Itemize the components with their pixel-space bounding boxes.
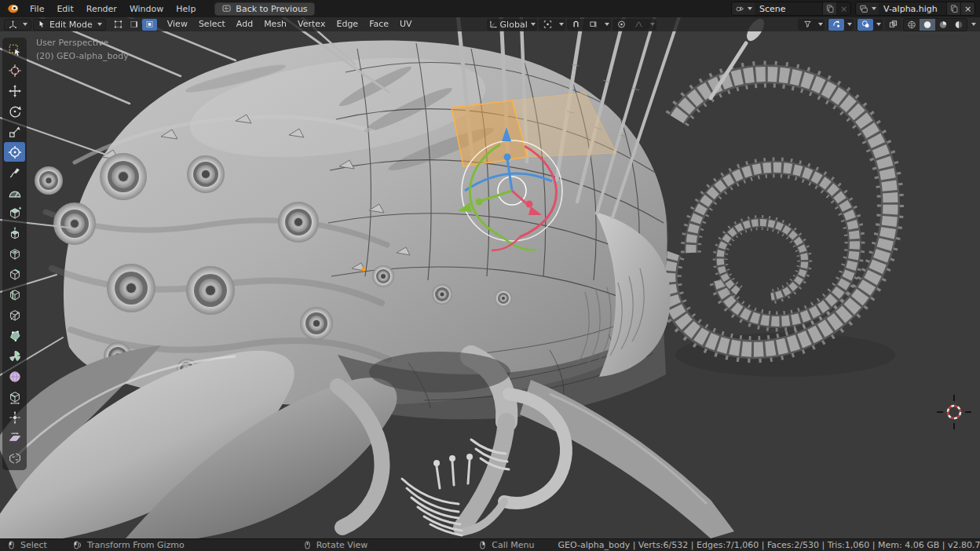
scene-copy-button[interactable] (822, 2, 836, 15)
blender-window: FileEditRenderWindowHelp Back to Previou… (0, 0, 980, 551)
filter-funnel-icon (799, 19, 815, 31)
back-icon (221, 4, 232, 13)
edge-select-mode-button[interactable] (126, 19, 141, 31)
menu-render[interactable]: Render (80, 2, 123, 16)
shading-dropdown-chevron[interactable] (971, 23, 976, 26)
tool-rip-region[interactable] (4, 448, 25, 468)
tool-shear[interactable] (4, 428, 25, 447)
selected-vertex (362, 268, 366, 272)
viewport-menu-face[interactable]: Face (364, 17, 394, 31)
tool-bevel[interactable] (4, 265, 25, 284)
shading-wireframe-button[interactable] (904, 19, 920, 31)
xray-icon[interactable] (885, 19, 901, 31)
tool-select-box[interactable] (4, 40, 25, 60)
keymap-hint-label: Rotate View (316, 540, 368, 550)
tool-add-cube[interactable] (4, 203, 25, 223)
viewport-menus: ViewSelectAddMeshVertexEdgeFaceUV (162, 17, 418, 31)
orientation-dropdown[interactable]: Global (487, 19, 537, 31)
tool-rotate[interactable] (4, 101, 25, 121)
viewport-menu-select[interactable]: Select (193, 17, 231, 31)
tool-transform[interactable] (4, 142, 25, 162)
tool-smooth[interactable] (4, 367, 25, 386)
tool-edge-slide[interactable] (4, 387, 25, 407)
view-layer-icon[interactable] (856, 2, 879, 15)
view-layer-selector[interactable]: V-alpha.high × (855, 2, 975, 16)
editor-type-button[interactable] (4, 19, 31, 31)
shading-rendered-button[interactable] (951, 19, 967, 31)
mouse-right-button-icon (477, 540, 488, 550)
viewport-menu-uv[interactable]: UV (394, 17, 418, 31)
keymap-hint-call-menu: Call Menu (477, 540, 534, 550)
tool-inset-faces[interactable] (4, 244, 25, 264)
view-layer-copy-button[interactable] (946, 2, 960, 15)
tool-shelf (2, 38, 27, 470)
tool-knife[interactable] (4, 305, 25, 325)
gizmo-toggle-group (827, 19, 854, 31)
menu-file[interactable]: File (24, 2, 50, 16)
mode-dropdown[interactable]: Edit Mode (33, 19, 106, 31)
viewport-menu-edge[interactable]: Edge (331, 17, 364, 31)
top-menu-bar: FileEditRenderWindowHelp Back to Previou… (0, 0, 980, 17)
viewport-header: Edit Mode ViewSelectAddMeshVertexEdgeFac… (0, 17, 980, 31)
pivot-point-icon (540, 19, 556, 31)
face-select-mode-button[interactable] (142, 19, 157, 31)
viewport-menu-vertex[interactable]: Vertex (292, 17, 331, 31)
tool-measure[interactable] (4, 183, 25, 203)
viewport-menu-mesh[interactable]: Mesh (258, 17, 292, 31)
proportional-editing-icon[interactable] (614, 19, 630, 31)
keymap-hint-label: Transform From Gizmo (87, 540, 185, 550)
tool-loop-cut[interactable] (4, 285, 25, 305)
magnet-icon[interactable] (569, 19, 584, 31)
mouse-left-drag-icon (71, 540, 83, 550)
shading-solid-button[interactable] (920, 19, 935, 31)
viewport-header-right (798, 18, 976, 31)
mode-cursor-icon (37, 20, 46, 29)
view-layer-name[interactable]: V-alpha.high (879, 4, 946, 14)
select-mode-group (111, 19, 157, 31)
blender-logo-icon[interactable] (5, 2, 20, 16)
orientation-label: Global (500, 20, 528, 30)
tool-extrude-region[interactable] (4, 224, 25, 243)
tool-scale[interactable] (4, 122, 25, 141)
snap-target-icon[interactable] (586, 19, 602, 31)
keymap-hint-transform-from-gizmo: Transform From Gizmo (71, 540, 185, 550)
pivot-point-dropdown[interactable] (539, 19, 565, 31)
scene-name[interactable]: Scene (755, 4, 822, 14)
shading-material-preview-button[interactable] (935, 19, 951, 31)
falloff-curve-icon[interactable] (631, 19, 647, 31)
tool-move[interactable] (4, 81, 25, 100)
overlays-icon[interactable] (858, 19, 873, 31)
3d-viewport[interactable]: Edit Mode ViewSelectAddMeshVertexEdgeFac… (0, 17, 980, 538)
tool-annotate[interactable] (4, 162, 25, 182)
overlays-toggle-group (856, 19, 883, 31)
shading-mode-group (903, 18, 967, 31)
menu-edit[interactable]: Edit (50, 2, 79, 16)
keymap-hint-rotate-view: Rotate View (302, 540, 368, 550)
scene-icon[interactable] (732, 2, 755, 15)
vertex-select-mode-button[interactable] (111, 19, 126, 31)
filter-dropdown[interactable] (798, 19, 825, 31)
proportional-editing-controls (612, 19, 656, 31)
menu-help[interactable]: Help (170, 2, 202, 16)
scene-selector[interactable]: Scene × (731, 2, 851, 16)
editor-type-icon (8, 20, 18, 29)
keymap-hints: SelectTransform From GizmoRotate ViewCal… (6, 540, 558, 550)
keymap-hint-label: Select (20, 540, 47, 550)
viewport-menu-view[interactable]: View (162, 17, 193, 31)
view-layer-remove-button[interactable]: × (960, 2, 975, 15)
tool-shrink-fatten[interactable] (4, 407, 25, 427)
tool-spin[interactable] (4, 346, 25, 366)
viewport-canvas[interactable] (0, 17, 980, 538)
gizmo-icon[interactable] (828, 19, 844, 31)
mouse-middle-button-icon (302, 540, 313, 550)
back-to-previous-button[interactable]: Back to Previous (214, 2, 314, 16)
orientation-axes-icon (488, 20, 499, 29)
scene-unlink-button: × (836, 2, 850, 15)
status-bar: SelectTransform From GizmoRotate ViewCal… (0, 538, 980, 551)
tool-poly-build[interactable] (4, 326, 25, 345)
tool-cursor[interactable] (4, 60, 25, 80)
keymap-hint-select: Select (6, 540, 47, 550)
menu-window[interactable]: Window (123, 2, 170, 16)
viewport-menu-add[interactable]: Add (231, 17, 258, 31)
mode-label: Edit Mode (49, 20, 93, 30)
